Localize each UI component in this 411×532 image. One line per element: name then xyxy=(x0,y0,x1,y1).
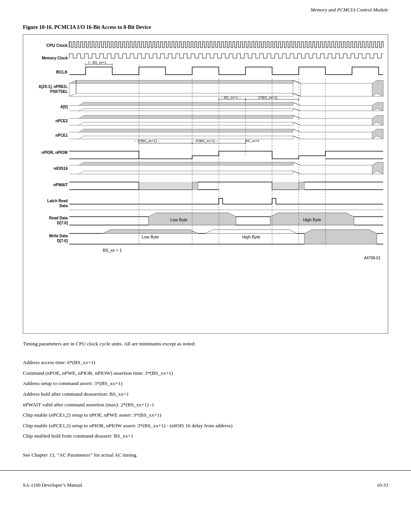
param-5: Chip enable (nPCE1,2) setup to nPOE, nPW… xyxy=(23,411,388,419)
svg-text:Low Byte: Low Byte xyxy=(142,235,159,239)
svg-text:Low Byte: Low Byte xyxy=(170,217,187,222)
svg-text:BS_xx+2: BS_xx+2 xyxy=(245,139,259,143)
svg-marker-78 xyxy=(192,182,198,190)
svg-line-31 xyxy=(293,102,301,105)
svg-line-14 xyxy=(293,80,301,83)
svg-text:D[7:0]: D[7:0] xyxy=(57,221,68,225)
svg-marker-29 xyxy=(79,102,293,105)
svg-text:A[25:1], nPREG,: A[25:1], nPREG, xyxy=(38,85,68,89)
param-4: nPWAIT valid after command assertion (ma… xyxy=(23,401,388,409)
svg-marker-120 xyxy=(304,230,377,244)
svg-text:nPIOR, nPIOW: nPIOR, nPIOW xyxy=(41,150,68,155)
svg-marker-70 xyxy=(79,162,293,165)
svg-text:PSKTSEL: PSKTSEL xyxy=(50,89,68,94)
svg-marker-81 xyxy=(299,182,304,190)
figure-title: Figure 10-16. PCMCIA I/O 16-Bit Access t… xyxy=(0,13,411,34)
svg-marker-76 xyxy=(372,162,383,174)
svg-text:A[0]: A[0] xyxy=(61,105,68,109)
svg-line-73 xyxy=(293,171,301,174)
svg-marker-49 xyxy=(79,129,293,132)
param-0: Address access time: 6*(BS_xx+1) xyxy=(23,358,388,367)
param-6: Chip enable (nPCE1,2) setup to nPIOR, nP… xyxy=(23,422,388,430)
svg-text:nPWAIT: nPWAIT xyxy=(53,183,68,187)
param-3: Address hold after command deassertion: … xyxy=(23,390,388,398)
svg-line-51 xyxy=(293,129,301,132)
svg-text:←3*(BS_xx+1)→: ←3*(BS_xx+1)→ xyxy=(192,139,218,143)
footer-left: SA-1100 Developer’s Manual xyxy=(23,482,82,488)
svg-text:A4788-01: A4788-01 xyxy=(364,256,381,260)
svg-text:Memory Clock: Memory Clock xyxy=(42,56,68,60)
svg-text:BCLK: BCLK xyxy=(56,70,68,74)
svg-text:nPCE1: nPCE1 xyxy=(56,133,68,137)
header-title: Memory and PCMCIA Control Module xyxy=(311,7,388,13)
svg-text:←BS_xx+1→: ←BS_xx+1→ xyxy=(221,96,241,99)
svg-marker-39 xyxy=(79,115,293,118)
svg-text:High Byte: High Byte xyxy=(303,217,321,222)
svg-text:nPCE2: nPCE2 xyxy=(56,119,68,123)
svg-marker-35 xyxy=(372,102,383,111)
svg-marker-9 xyxy=(69,80,293,83)
svg-line-52 xyxy=(293,136,301,139)
svg-rect-87 xyxy=(272,182,299,190)
param-7: Chip enabled hold from command deassert:… xyxy=(23,432,388,440)
svg-text:CPU Clock: CPU Clock xyxy=(46,43,68,48)
param-list: Address access time: 6*(BS_xx+1) Command… xyxy=(23,358,388,440)
svg-marker-50 xyxy=(79,136,293,139)
svg-text:Read Data: Read Data xyxy=(49,216,68,220)
svg-marker-18 xyxy=(372,80,383,96)
svg-text:|←BS_xx+1: |←BS_xx+1 xyxy=(88,61,107,64)
svg-text:High Byte: High Byte xyxy=(242,235,260,239)
timing-diagram-svg: CPU Clock /* drawn below via path */ Mem… xyxy=(25,38,386,328)
svg-marker-71 xyxy=(79,171,293,174)
see-chapter: See Chapter 13, “AC Parameters” for actu… xyxy=(23,451,388,459)
svg-line-41 xyxy=(293,115,301,118)
svg-text:2*(BS_xx+1): 2*(BS_xx+1) xyxy=(258,96,277,99)
svg-marker-110 xyxy=(103,230,198,233)
svg-text:nIOIS16: nIOIS16 xyxy=(54,166,68,171)
page-footer: SA-1100 Developer’s Manual 10-33 xyxy=(0,470,411,496)
param-1: Command (nPOE, nPWE, nPIOR, nPIOW) asser… xyxy=(23,369,388,377)
svg-text:Latch Read: Latch Read xyxy=(47,199,68,203)
svg-text:D[7:0]: D[7:0] xyxy=(57,239,68,243)
svg-line-72 xyxy=(293,162,301,165)
svg-marker-30 xyxy=(79,109,293,111)
body-content: Timing parameters are in CPU clock cycle… xyxy=(0,334,411,459)
svg-line-42 xyxy=(293,122,301,125)
svg-text:Data: Data xyxy=(59,204,68,208)
timing-diagram: CPU Clock /* drawn below via path */ Mem… xyxy=(23,34,388,334)
svg-text:←3*(BS_xx+1)→: ←3*(BS_xx+1)→ xyxy=(134,139,160,143)
svg-marker-55 xyxy=(372,129,383,139)
intro-text: Timing parameters are in CPU clock cycle… xyxy=(23,340,388,348)
page-header: Memory and PCMCIA Control Module xyxy=(0,0,411,13)
svg-marker-45 xyxy=(372,115,383,125)
svg-text:Write Data: Write Data xyxy=(49,234,68,238)
param-2: Address setup to command assert: 3*(BS_x… xyxy=(23,379,388,388)
svg-line-32 xyxy=(293,109,301,111)
svg-line-15 xyxy=(293,93,301,96)
svg-marker-40 xyxy=(79,122,293,125)
svg-marker-115 xyxy=(206,230,297,233)
footer-right: 10-33 xyxy=(377,482,388,488)
svg-rect-86 xyxy=(139,182,192,190)
svg-text:BS_xx = 1: BS_xx = 1 xyxy=(103,248,122,252)
